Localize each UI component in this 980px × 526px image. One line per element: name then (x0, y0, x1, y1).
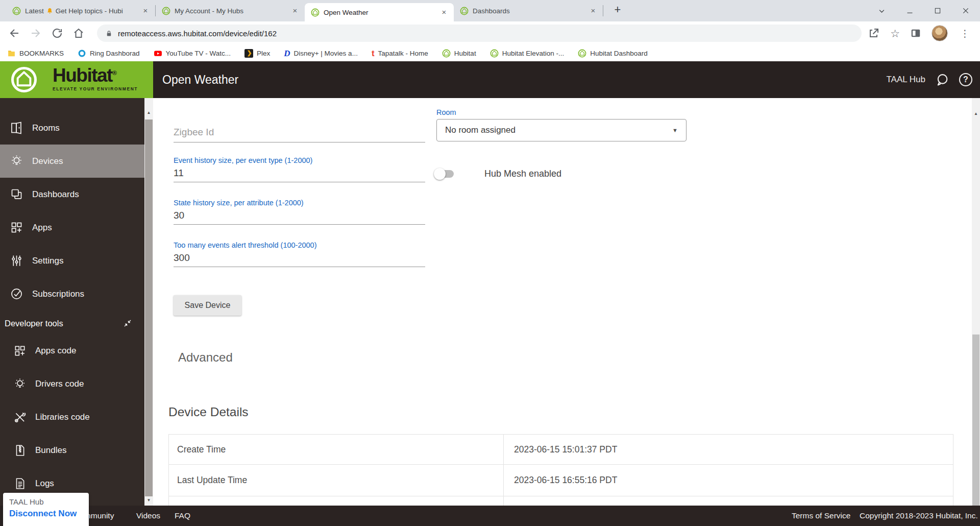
tab-dashboards[interactable]: Dashboards × (454, 0, 603, 21)
address-bar[interactable]: remoteaccess.aws.hubitat.com/device/edit… (97, 25, 862, 42)
maximize-icon[interactable] (934, 7, 941, 14)
page-scrollbar-thumb[interactable] (972, 334, 979, 506)
scroll-up-icon[interactable]: ▲ (144, 110, 153, 115)
sidebar-item-apps[interactable]: Apps (0, 211, 144, 244)
bookmark-hubitat-dashboard[interactable]: Hubitat Dashboard (578, 49, 648, 58)
sidebar-scrollbar-thumb[interactable] (145, 119, 153, 496)
bookmark-tapatalk[interactable]: t Tapatalk - Home (372, 49, 428, 58)
lock-icon (105, 30, 113, 37)
youtube-icon (154, 49, 162, 58)
bookmark-disney-plus[interactable]: D Disney+ | Movies a... (284, 49, 358, 58)
hub-connection-tooltip: TAAL Hub Disconnect Now (3, 493, 89, 526)
drivers-code-bulb-icon (13, 377, 27, 391)
sidebar-item-bundles[interactable]: Bundles (0, 434, 144, 467)
sidebar-item-rooms[interactable]: Rooms (0, 111, 144, 145)
bookmark-label: Hubitat Dashboard (590, 50, 648, 57)
header-right: TAAL Hub ? (886, 61, 972, 98)
hubitat-icon (442, 49, 451, 58)
collapse-icon[interactable] (123, 319, 132, 328)
detail-value-cell (504, 496, 953, 506)
bookmark-hubitat[interactable]: Hubitat (442, 49, 476, 58)
tab-close-icon[interactable]: × (141, 6, 150, 15)
app-footer: Community Videos FAQ Terms of Service Co… (0, 506, 980, 526)
back-icon[interactable] (8, 27, 20, 39)
bookmark-plex[interactable]: Plex (244, 49, 270, 58)
hubitat-favicon (12, 7, 21, 15)
screen: Latest Get Help topics - Hubi × My Accou… (0, 0, 980, 526)
close-window-icon[interactable] (962, 7, 970, 15)
event-history-input[interactable] (174, 165, 425, 182)
bookmark-star-icon[interactable]: ☆ (890, 28, 900, 39)
bookmark-folder[interactable]: BOOKMARKS (7, 49, 64, 58)
state-history-input[interactable] (174, 208, 425, 225)
scroll-down-icon[interactable]: ▼ (144, 498, 153, 503)
hubitat-logo-text: Hubitat® ELEVATE YOUR ENVIRONMENT (53, 66, 138, 91)
sidebar-item-label: Apps code (35, 346, 76, 356)
device-edit-content: Room No room assigned ▼ Event history si… (153, 98, 972, 506)
scroll-up-icon[interactable]: ▲ (972, 111, 980, 116)
tab-get-help-topics[interactable]: Latest Get Help topics - Hubi × (6, 0, 155, 21)
sidebar-item-label: Devices (32, 156, 63, 166)
tab-search-chevron-icon[interactable] (878, 7, 886, 15)
profile-avatar[interactable] (932, 25, 948, 41)
tab-title: Open Weather (324, 9, 435, 16)
forward-icon[interactable] (30, 27, 42, 39)
browser-menu-icon[interactable]: ⋮ (958, 29, 972, 38)
folder-icon (7, 49, 16, 58)
sidebar-item-dashboards[interactable]: Dashboards (0, 178, 144, 211)
new-tab-button[interactable]: + (610, 3, 625, 17)
bookmark-youtube-tv[interactable]: YouTube TV - Watc... (154, 49, 231, 58)
bookmark-ring-dashboard[interactable]: Ring Dashborad (78, 49, 140, 58)
tab-my-account[interactable]: My Account - My Hubs × (156, 0, 305, 21)
minimize-icon[interactable] (906, 7, 914, 15)
sidebar-item-libraries-code[interactable]: Libraries code (0, 400, 144, 434)
logs-document-icon (13, 477, 27, 490)
libraries-tools-icon (13, 411, 27, 424)
sidebar-item-apps-code[interactable]: Apps code (0, 334, 144, 367)
zigbee-id-field-wrap (174, 124, 425, 142)
bookmark-hubitat-elevation[interactable]: Hubitat Elevation -... (490, 49, 565, 58)
reload-icon[interactable] (51, 27, 63, 39)
save-device-button[interactable]: Save Device (174, 295, 241, 316)
zigbee-id-input[interactable] (174, 124, 425, 142)
sidebar-item-settings[interactable]: Settings (0, 244, 144, 277)
room-select[interactable]: No room assigned ▼ (436, 119, 687, 141)
hubitat-tagline: ELEVATE YOUR ENVIRONMENT (53, 86, 138, 91)
sidebar-item-devices[interactable]: Devices (0, 145, 144, 178)
hubitat-logo[interactable]: Hubitat® ELEVATE YOUR ENVIRONMENT (0, 61, 153, 98)
event-history-label: Event history size, per event type (1-20… (174, 156, 425, 164)
tab-close-icon[interactable]: × (290, 6, 300, 15)
events-threshold-field: Too many events alert threshold (100-200… (174, 241, 425, 267)
detail-name-cell: Last Update Time (169, 465, 504, 496)
tab-close-icon[interactable]: × (589, 6, 598, 15)
bookmarks-bar: BOOKMARKS Ring Dashborad YouTube TV - Wa… (0, 45, 980, 61)
sidebar-item-label: Apps (32, 223, 52, 233)
side-panel-icon[interactable] (910, 28, 921, 39)
chat-icon[interactable] (935, 73, 949, 87)
footer-link-videos[interactable]: Videos (136, 506, 160, 526)
sidebar-item-label: Dashboards (32, 189, 79, 200)
help-icon[interactable]: ? (959, 73, 972, 86)
tab-open-weather-active[interactable]: Open Weather × (305, 3, 454, 21)
tab-close-icon[interactable]: × (439, 8, 449, 17)
disconnect-now-link[interactable]: Disconnect Now (9, 509, 83, 519)
advanced-section-heading: Advanced (178, 350, 233, 365)
home-icon[interactable] (72, 27, 85, 39)
devices-bulb-icon (10, 154, 23, 168)
sidebar-item-label: Rooms (32, 123, 60, 133)
hubitat-favicon (311, 8, 320, 17)
footer-link-terms[interactable]: Terms of Service (792, 506, 850, 526)
detail-name-cell (169, 496, 504, 506)
footer-link-faq[interactable]: FAQ (175, 506, 190, 526)
share-icon[interactable] (868, 27, 880, 39)
dashboards-icon (10, 187, 23, 201)
sidebar-item-label: Drivers code (35, 379, 84, 389)
hub-mesh-toggle[interactable] (435, 170, 454, 178)
event-history-field: Event history size, per event type (1-20… (174, 156, 425, 182)
sidebar-item-drivers-code[interactable]: Drivers code (0, 367, 144, 400)
sidebar-nav: Rooms Devices Dashboards Apps Settings S… (0, 98, 144, 506)
device-details-table: Create Time 2023-06-15 15:01:37 PDT Last… (168, 434, 953, 506)
tab-title: Dashboards (473, 7, 584, 15)
sidebar-item-subscriptions[interactable]: Subscriptions (0, 277, 144, 310)
events-threshold-input[interactable] (174, 250, 425, 267)
